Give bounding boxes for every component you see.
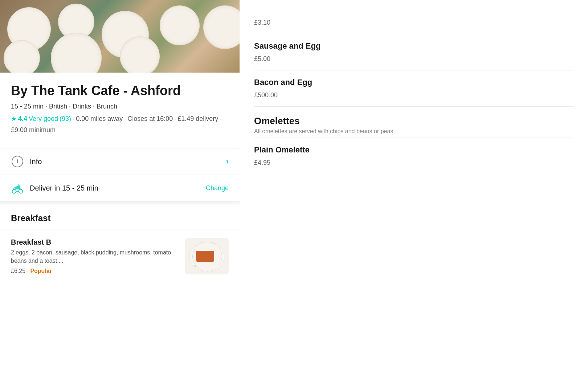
bacon-egg-name: Bacon and Egg: [254, 78, 573, 87]
section-divider: [0, 201, 240, 204]
breakfast-section-header: Breakfast: [0, 204, 240, 229]
svg-point-5: [196, 253, 214, 266]
bacon-egg-item[interactable]: Bacon and Egg £500.00: [254, 70, 573, 107]
plain-omelette-item[interactable]: Plain Omelette £4.95: [254, 138, 573, 174]
plain-omelette-name: Plain Omelette: [254, 145, 573, 155]
rating-count: (93): [60, 114, 71, 124]
omelettes-section-header: Omelettes All omelettes are served with …: [254, 107, 573, 138]
popular-badge: Popular: [30, 268, 52, 274]
breakfast-b-item[interactable]: Breakfast B 2 eggs, 2 bacon, sausage, bl…: [0, 229, 240, 283]
minimum: £9.00 minimum: [11, 125, 56, 135]
delivery-row: Deliver in 15 - 25 min Change: [0, 175, 240, 201]
distance: 0.00 miles away: [76, 114, 123, 124]
rating-value: 4.4: [18, 114, 27, 124]
svg-point-4: [189, 242, 224, 272]
plain-omelette-price: £4.95: [254, 159, 573, 167]
breakfast-b-price-value: £6.25: [11, 268, 25, 274]
svg-rect-8: [209, 251, 219, 254]
breakfast-b-desc: 2 eggs, 2 bacon, sausage, black pudding,…: [11, 249, 179, 265]
omelettes-title: Omelettes: [254, 115, 573, 127]
breakfast-b-name: Breakfast B: [11, 238, 179, 246]
price-above-item: £3.10: [254, 7, 573, 34]
info-section: i Info › Deliver in 15 - 25 min Change: [0, 148, 240, 201]
rating-sep3: ·: [174, 114, 176, 124]
star-icon: ★: [11, 114, 17, 124]
omelettes-subtitle: All omelettes are served with chips and …: [254, 128, 573, 135]
info-label: Info: [30, 158, 226, 166]
chevron-right-icon: ›: [226, 157, 229, 166]
rating-distance: ·: [73, 114, 74, 124]
breakfast-b-price: £6.25 · Popular: [11, 268, 179, 274]
rating-sep4: ·: [220, 114, 221, 124]
scooter-icon: [11, 181, 24, 195]
restaurant-info: By The Tank Cafe - Ashford 15 - 25 min ·…: [0, 73, 240, 142]
svg-marker-11: [194, 258, 203, 266]
svg-point-6: [195, 248, 208, 258]
left-panel: By The Tank Cafe - Ashford 15 - 25 min ·…: [0, 0, 240, 392]
info-icon: i: [11, 155, 24, 168]
meta-separator: ·: [45, 103, 49, 110]
restaurant-meta: 15 - 25 min · British · Drinks · Brunch: [11, 103, 229, 110]
delivery-fee: £1.49 delivery: [177, 114, 218, 124]
svg-point-10: [210, 259, 219, 268]
delivery-icon-wrapper: [11, 181, 24, 195]
breakfast-b-info: Breakfast B 2 eggs, 2 bacon, sausage, bl…: [11, 238, 179, 274]
info-circle-icon: i: [12, 156, 23, 167]
breakfast-title: Breakfast: [11, 213, 229, 223]
restaurant-rating: ★ 4.4 Very good (93) · 0.00 miles away ·…: [11, 114, 229, 135]
rating-sep2: ·: [124, 114, 126, 124]
breakfast-food-svg: [185, 238, 229, 274]
closes: Closes at 16:00: [127, 114, 173, 124]
sausage-egg-name: Sausage and Egg: [254, 41, 573, 51]
change-button[interactable]: Change: [206, 184, 229, 192]
cuisines: British · Drinks · Brunch: [49, 103, 117, 110]
rating-label: Very good: [29, 114, 58, 124]
svg-point-2: [18, 184, 20, 186]
info-row[interactable]: i Info ›: [0, 148, 240, 175]
svg-rect-9: [209, 256, 218, 258]
sausage-egg-price: £5.00: [254, 55, 573, 63]
bacon-egg-price: £500.00: [254, 91, 573, 99]
top-price: £3.10: [254, 19, 573, 26]
delivery-time: 15 - 25 min: [11, 103, 44, 110]
sausage-egg-item[interactable]: Sausage and Egg £5.00: [254, 34, 573, 70]
breakfast-b-image: [185, 238, 229, 274]
right-panel: £3.10 Sausage and Egg £5.00 Bacon and Eg…: [240, 0, 588, 392]
svg-point-7: [200, 250, 205, 255]
restaurant-name: By The Tank Cafe - Ashford: [11, 83, 229, 98]
delivery-time-label: Deliver in 15 - 25 min: [30, 184, 206, 192]
svg-point-1: [19, 189, 23, 193]
hero-image: [0, 0, 240, 73]
svg-point-0: [12, 189, 16, 193]
